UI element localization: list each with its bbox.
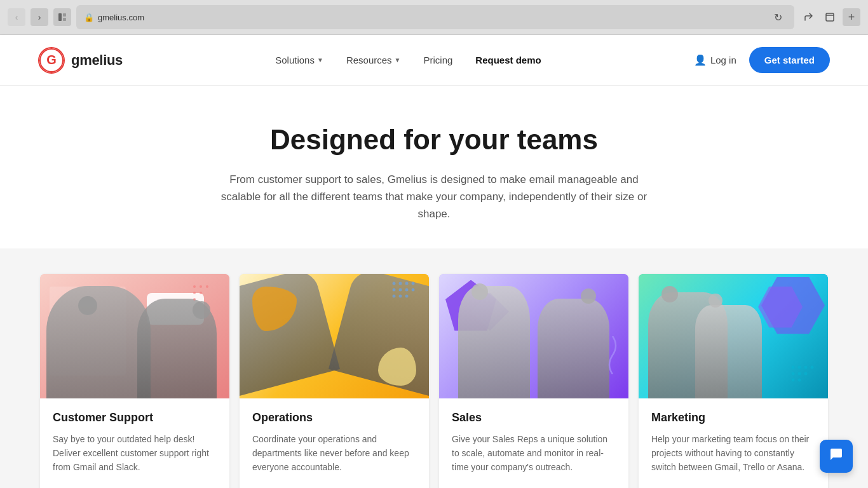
marketing-arrow-button[interactable]: → <box>795 485 815 488</box>
back-button[interactable]: ‹ <box>8 8 25 26</box>
svg-point-11 <box>193 298 196 301</box>
svg-point-23 <box>792 365 795 369</box>
customer-support-card-title: Customer Support <box>53 411 217 424</box>
operations-card-body: Operations Coordinate your operations an… <box>240 398 429 488</box>
solutions-nav-item[interactable]: Solutions ▼ <box>275 55 323 65</box>
window-button[interactable] <box>821 8 839 26</box>
sales-card: Sales Give your Sales Reps a unique solu… <box>439 274 628 488</box>
svg-point-29 <box>804 372 808 375</box>
svg-rect-0 <box>58 13 62 21</box>
svg-point-7 <box>200 285 202 288</box>
marketing-card-image <box>639 274 828 398</box>
sidebar-button[interactable] <box>53 8 71 26</box>
cards-section: Customer Support Say bye to your outdate… <box>0 248 868 488</box>
resources-chevron-icon: ▼ <box>395 57 401 64</box>
sales-card-title: Sales <box>452 411 616 424</box>
svg-point-18 <box>405 288 409 291</box>
svg-point-26 <box>811 365 814 369</box>
customer-support-card: Customer Support Say bye to your outdate… <box>40 274 229 488</box>
pricing-nav-item[interactable]: Pricing <box>423 55 452 65</box>
chat-widget-icon <box>829 447 844 466</box>
hero-title: Designed for your teams <box>25 124 843 156</box>
address-bar[interactable]: 🔒 gmelius.com ↻ <box>76 5 794 29</box>
svg-point-24 <box>798 365 801 369</box>
sales-card-body: Sales Give your Sales Reps a unique solu… <box>439 398 628 488</box>
lock-icon: 🔒 <box>84 13 94 22</box>
marketing-card-body: Marketing Help your marketing team focus… <box>639 398 828 488</box>
svg-point-9 <box>193 292 196 294</box>
customer-support-card-desc: Say bye to your outdated help desk! Deli… <box>53 432 217 475</box>
logo-area: G gmelius <box>38 47 123 74</box>
share-button[interactable] <box>799 8 817 26</box>
hero-section: Designed for your teams From customer su… <box>0 86 868 248</box>
svg-point-12 <box>393 281 396 285</box>
operations-card-title: Operations <box>252 411 416 424</box>
customer-support-card-image <box>40 274 229 398</box>
login-button[interactable]: 👤 Log in <box>694 54 736 66</box>
svg-point-14 <box>405 281 409 285</box>
svg-point-8 <box>206 285 208 288</box>
user-icon: 👤 <box>694 54 707 66</box>
customer-support-card-body: Customer Support Say bye to your outdate… <box>40 398 229 488</box>
svg-point-31 <box>798 378 801 381</box>
hero-subtitle: From customer support to sales, Gmelius … <box>218 171 650 223</box>
new-tab-button[interactable]: + <box>843 8 860 26</box>
svg-point-21 <box>399 294 402 297</box>
svg-point-17 <box>399 288 402 291</box>
nav-links: Solutions ▼ Resources ▼ Pricing Request … <box>275 55 541 65</box>
reload-button[interactable]: ↻ <box>769 8 787 26</box>
svg-point-10 <box>200 292 202 294</box>
marketing-card-title: Marketing <box>651 411 815 424</box>
operations-card-desc: Coordinate your operations and departmen… <box>252 432 416 475</box>
operations-card-image <box>240 274 429 398</box>
get-started-button[interactable]: Get started <box>749 47 830 73</box>
sales-card-desc: Give your Sales Reps a unique solution t… <box>452 432 616 475</box>
request-demo-nav-item[interactable]: Request demo <box>475 55 541 65</box>
svg-point-20 <box>393 294 396 297</box>
forward-button[interactable]: › <box>31 8 48 26</box>
marketing-card: Marketing Help your marketing team focus… <box>639 274 828 488</box>
operations-card: Operations Coordinate your operations an… <box>240 274 429 488</box>
marketing-card-desc: Help your marketing team focus on their … <box>651 432 815 475</box>
svg-point-13 <box>399 281 402 285</box>
url-text: gmelius.com <box>98 13 144 22</box>
svg-point-19 <box>412 288 415 291</box>
customer-support-arrow-button[interactable]: → <box>196 485 217 488</box>
page: G gmelius Solutions ▼ Resources ▼ Pricin… <box>0 35 868 488</box>
svg-text:G: G <box>46 53 57 67</box>
svg-rect-3 <box>826 13 834 21</box>
svg-point-22 <box>405 294 409 297</box>
svg-point-30 <box>792 378 795 381</box>
sales-card-image <box>439 274 628 398</box>
logo-icon: G <box>38 47 65 74</box>
navbar: G gmelius Solutions ▼ Resources ▼ Pricin… <box>0 35 868 86</box>
svg-rect-1 <box>63 13 66 17</box>
svg-point-15 <box>412 281 415 285</box>
resources-nav-item[interactable]: Resources ▼ <box>346 55 401 65</box>
svg-point-6 <box>193 285 196 288</box>
solutions-chevron-icon: ▼ <box>317 57 323 64</box>
sales-arrow-button[interactable]: → <box>595 485 616 488</box>
svg-point-16 <box>393 288 396 291</box>
browser-chrome: ‹ › 🔒 gmelius.com ↻ + <box>0 0 868 35</box>
svg-rect-2 <box>63 18 66 21</box>
svg-point-28 <box>798 372 801 375</box>
chat-widget-button[interactable] <box>820 440 853 473</box>
operations-arrow-button[interactable]: → <box>396 485 416 488</box>
cards-grid: Customer Support Say bye to your outdate… <box>40 274 828 488</box>
nav-right: 👤 Log in Get started <box>694 47 830 73</box>
svg-point-27 <box>792 372 795 375</box>
svg-point-25 <box>804 365 808 369</box>
logo-text: gmelius <box>71 52 123 69</box>
